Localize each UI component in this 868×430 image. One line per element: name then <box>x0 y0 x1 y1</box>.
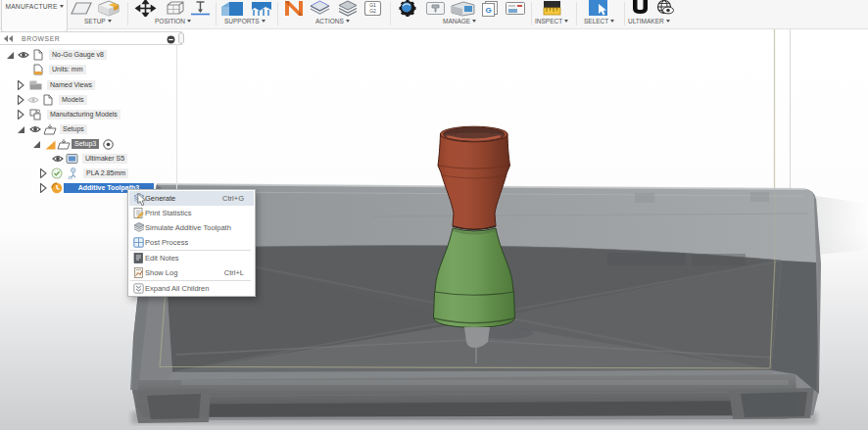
svg-text:G: G <box>485 6 491 15</box>
svg-text:G2: G2 <box>369 8 376 14</box>
